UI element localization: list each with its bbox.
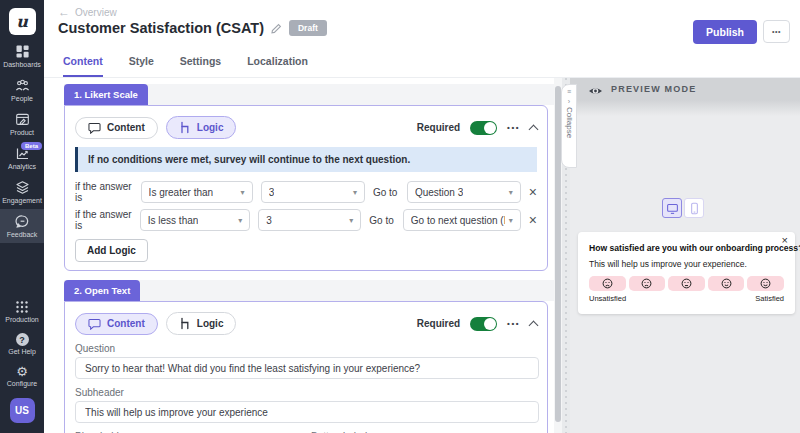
collapse-panel-button[interactable]: ≡ › Collapse: [561, 84, 577, 168]
condition-select[interactable]: Is less than ▾: [140, 209, 251, 231]
sidebar-item-analytics[interactable]: Beta Analytics: [0, 141, 44, 175]
value-select[interactable]: 3 ▾: [261, 181, 365, 203]
collapse-card-icon[interactable]: [529, 320, 539, 330]
card-more-icon[interactable]: •••: [507, 319, 520, 328]
desktop-icon: [666, 202, 679, 215]
scale-right-label: Satisfied: [755, 294, 784, 303]
product-icon: [15, 112, 30, 127]
help-icon: ?: [16, 333, 29, 346]
sidebar-item-label: Engagement: [2, 197, 42, 204]
eye-icon: [588, 85, 603, 97]
scale-labels: Unsatisfied Satisfied: [589, 294, 784, 303]
required-toggle[interactable]: [470, 121, 497, 135]
header-more-button[interactable]: •••: [763, 20, 790, 43]
caret-down-icon: ▾: [241, 188, 245, 197]
preview-mode-bar: PREVIEW MODE: [570, 78, 800, 116]
people-icon: [15, 78, 30, 93]
survey-close-icon[interactable]: ×: [782, 234, 788, 246]
likert-scale-row: [589, 276, 784, 291]
value-select[interactable]: 3 ▾: [258, 209, 361, 231]
section-tab-open-text[interactable]: 2. Open Text: [64, 280, 140, 301]
scale-option-1[interactable]: [589, 276, 626, 291]
caret-down-icon: ▾: [349, 216, 353, 225]
user-avatar[interactable]: US: [10, 398, 35, 423]
breadcrumb-label: Overview: [75, 7, 117, 18]
caret-down-icon: ▾: [509, 216, 513, 225]
value-value: 3: [269, 187, 275, 198]
sidebar-item-engagement[interactable]: Engagement: [0, 175, 44, 209]
condition-select[interactable]: Is greater than ▾: [141, 181, 253, 203]
required-toggle[interactable]: [470, 317, 497, 331]
goto-label: Go to: [369, 215, 395, 226]
scale-option-5[interactable]: [747, 276, 784, 291]
builder-content: 1. Likert Scale Content Logic Required •…: [44, 78, 554, 433]
remove-logic-icon[interactable]: ×: [529, 213, 537, 227]
title-row: Customer Satisfaction (CSAT) Draft: [58, 20, 327, 36]
main-tabs: Content Style Settings Localization: [63, 55, 308, 77]
logo-glyph: u: [16, 12, 28, 31]
production-icon: [15, 300, 29, 314]
likert-card-head: Content Logic Required •••: [75, 116, 537, 139]
scale-option-2[interactable]: [629, 276, 666, 291]
target-select[interactable]: Go to next question (Def... ▾: [403, 209, 521, 231]
collapse-menu-icon: ≡: [567, 88, 571, 96]
goto-label: Go to: [373, 187, 399, 198]
publish-button[interactable]: Publish: [693, 20, 757, 44]
survey-question: How satisfied are you with our onboardin…: [589, 243, 784, 253]
subheader-label: Subheader: [75, 387, 537, 398]
feedback-icon: [15, 214, 30, 229]
section-tab-likert-scale[interactable]: 1. Likert Scale: [64, 84, 148, 105]
survey-subtext: This will help us improve your experienc…: [589, 259, 784, 269]
sidebar-item-production[interactable]: Production: [0, 295, 44, 328]
likert-content-button[interactable]: Content: [75, 117, 158, 139]
likert-content-label: Content: [107, 122, 145, 133]
mobile-preview-button[interactable]: [684, 198, 704, 218]
open-text-content-button[interactable]: Content: [75, 313, 158, 335]
engagement-icon: [15, 180, 30, 195]
collapse-label: Collapse: [565, 107, 574, 138]
question-input[interactable]: [75, 357, 539, 379]
tab-style[interactable]: Style: [129, 55, 154, 77]
scale-option-3[interactable]: [668, 276, 705, 291]
tab-settings[interactable]: Settings: [180, 55, 221, 77]
sidebar-item-label: Production: [5, 316, 38, 323]
edit-icon[interactable]: [271, 23, 282, 34]
app-logo[interactable]: u: [9, 8, 36, 35]
sidebar-item-feedback[interactable]: Feedback: [0, 209, 44, 243]
collapse-arrow-icon: ›: [568, 98, 570, 106]
desktop-preview-button[interactable]: [662, 198, 682, 218]
add-logic-button[interactable]: Add Logic: [75, 239, 148, 262]
open-text-logic-button[interactable]: Logic: [166, 312, 237, 335]
scale-option-4[interactable]: [708, 276, 745, 291]
tab-localization[interactable]: Localization: [247, 55, 308, 77]
subheader-input[interactable]: [75, 401, 539, 423]
sidebar-item-dashboards[interactable]: Dashboards: [0, 39, 44, 73]
breadcrumb[interactable]: ← Overview: [58, 5, 117, 19]
sidebar-item-people[interactable]: People: [0, 73, 44, 107]
sidebar-item-label: Configure: [7, 380, 37, 387]
sidebar-item-get-help[interactable]: ? Get Help: [0, 328, 44, 360]
likert-logic-button[interactable]: Logic: [166, 116, 237, 139]
card-more-icon[interactable]: •••: [507, 123, 520, 132]
target-value: Question 3: [415, 187, 463, 198]
logic-branch-icon: [179, 121, 191, 134]
happy-face-icon: [760, 278, 771, 289]
caret-down-icon: ▾: [509, 188, 513, 197]
caret-down-icon: ▾: [353, 188, 357, 197]
logic-info-banner: If no conditions were met, survey will c…: [75, 147, 537, 172]
sad-face-icon: [602, 278, 613, 289]
topbar: ← Overview Customer Satisfaction (CSAT) …: [44, 0, 800, 78]
page-title: Customer Satisfaction (CSAT): [58, 20, 264, 36]
sidebar-item-product[interactable]: Product: [0, 107, 44, 141]
collapse-card-icon[interactable]: [529, 124, 539, 134]
tab-content[interactable]: Content: [63, 55, 103, 77]
sidebar: u Dashboards People Product Beta Analyti…: [0, 0, 44, 433]
dashboards-icon: [15, 44, 30, 59]
target-select[interactable]: Question 3 ▾: [407, 181, 521, 203]
remove-logic-icon[interactable]: ×: [529, 185, 537, 199]
slightly-happy-face-icon: [721, 278, 732, 289]
preview-mode-label: PREVIEW MODE: [611, 84, 696, 94]
target-value: Go to next question (Def...: [411, 215, 505, 226]
neutral-face-icon: [681, 278, 692, 289]
sidebar-item-configure[interactable]: ⚙ Configure: [0, 360, 44, 392]
